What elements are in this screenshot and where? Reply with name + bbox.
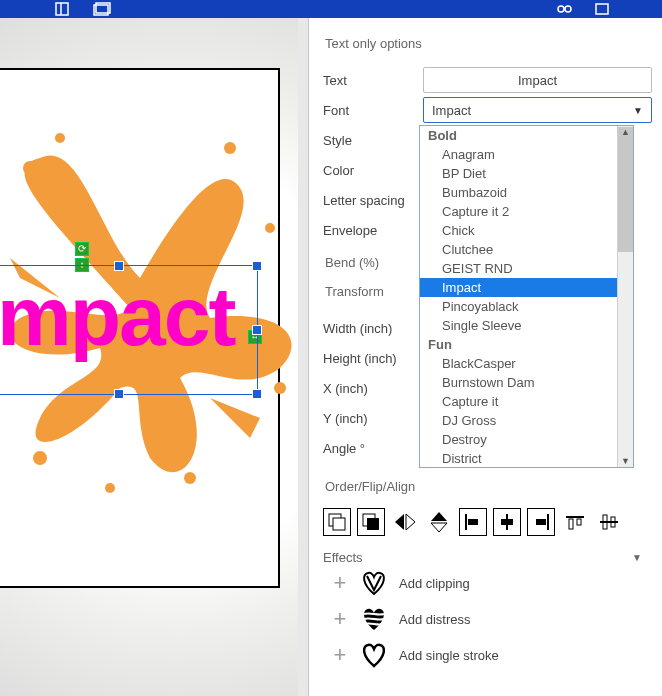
label-font: Font [323, 103, 423, 118]
scrollbar-thumb[interactable] [618, 127, 633, 252]
font-group-fun: Fun [420, 335, 617, 354]
handle-top-right[interactable] [252, 261, 262, 271]
label-style: Style [323, 133, 423, 148]
font-option[interactable]: Capture it [420, 392, 617, 411]
bring-front-button[interactable] [357, 508, 385, 536]
svg-point-14 [184, 472, 196, 484]
plus-icon: + [331, 642, 349, 668]
label-text: Text [323, 73, 423, 88]
font-combo-value: Impact [432, 103, 471, 118]
svg-marker-22 [431, 523, 447, 532]
flip-vertical-button[interactable] [425, 508, 453, 536]
svg-rect-24 [468, 519, 478, 525]
align-left-button[interactable] [459, 508, 487, 536]
svg-point-13 [105, 483, 115, 493]
section-effects[interactable]: Effects ▼ [323, 550, 652, 565]
toolbar-icon-2[interactable] [93, 2, 111, 16]
svg-point-7 [23, 161, 37, 175]
label-y: Y (inch) [323, 411, 423, 426]
effect-row-distress[interactable]: + Add distress [331, 601, 652, 637]
label-envelope: Envelope [323, 223, 423, 238]
svg-point-4 [558, 6, 564, 12]
svg-rect-28 [536, 519, 546, 525]
heart-stroke-icon [359, 641, 389, 669]
svg-point-11 [274, 382, 286, 394]
font-option[interactable]: Chick [420, 221, 617, 240]
send-back-button[interactable] [323, 508, 351, 536]
svg-marker-20 [406, 514, 415, 530]
heart-clip-icon [359, 569, 389, 597]
handle-top-mid[interactable] [114, 261, 124, 271]
svg-rect-30 [569, 519, 573, 529]
label-color: Color [323, 163, 423, 178]
section-text-options: Text only options [325, 36, 652, 51]
label-x: X (inch) [323, 381, 423, 396]
label-width: Width (inch) [323, 321, 423, 336]
svg-point-9 [224, 142, 236, 154]
effect-row-single-stroke[interactable]: + Add single stroke [331, 637, 652, 673]
font-option[interactable]: DJ Gross [420, 411, 617, 430]
plus-icon: + [331, 606, 349, 632]
font-option[interactable]: GEIST RND [420, 259, 617, 278]
font-option[interactable]: Clutchee [420, 240, 617, 259]
font-option[interactable]: Impact [420, 278, 617, 297]
properties-panel: Text only options Text Font Impact ▼ Sty… [308, 18, 662, 696]
label-height: Height (inch) [323, 351, 423, 366]
font-combo[interactable]: Impact ▼ [423, 97, 652, 123]
selection-box[interactable] [0, 265, 258, 395]
handle-mid-right[interactable] [252, 325, 262, 335]
effect-row-clipping[interactable]: + Add clipping [331, 565, 652, 601]
font-option[interactable]: Pincoyablack [420, 297, 617, 316]
align-top-button[interactable] [561, 508, 589, 536]
text-input[interactable] [423, 67, 652, 93]
title-bar [0, 0, 662, 18]
font-dropdown[interactable]: BoldAnagramBP DietBumbazoidCapture it 2C… [419, 125, 634, 468]
svg-point-10 [265, 223, 275, 233]
handle-bot-right[interactable] [252, 389, 262, 399]
svg-marker-19 [395, 514, 404, 530]
dropdown-scrollbar[interactable] [617, 126, 633, 467]
flip-horizontal-button[interactable] [391, 508, 419, 536]
svg-point-8 [55, 133, 65, 143]
toolbar-icon-1[interactable] [55, 2, 73, 16]
label-letter-spacing: Letter spacing [323, 193, 423, 208]
svg-rect-31 [577, 519, 581, 525]
align-center-button[interactable] [493, 508, 521, 536]
font-option[interactable]: Burnstown Dam [420, 373, 617, 392]
toolbar-icon-right-2[interactable] [594, 2, 612, 16]
toolbar-icon-right-1[interactable] [556, 2, 574, 16]
canvas-pane[interactable]: mpact ⟳ ↕ ↔ [0, 18, 308, 696]
svg-point-5 [565, 6, 571, 12]
align-right-button[interactable] [527, 508, 555, 536]
align-middle-button[interactable] [595, 508, 623, 536]
font-option[interactable]: BlackCasper [420, 354, 617, 373]
chevron-down-icon: ▼ [632, 552, 642, 563]
svg-rect-16 [333, 518, 345, 530]
svg-rect-0 [56, 3, 68, 15]
section-order: Order/Flip/Align [325, 479, 652, 494]
heart-distress-icon [359, 605, 389, 633]
font-option[interactable]: Single Sleeve [420, 316, 617, 335]
plus-icon: + [331, 570, 349, 596]
font-option[interactable]: Bumbazoid [420, 183, 617, 202]
svg-point-12 [33, 451, 47, 465]
order-toolbar [323, 508, 652, 536]
font-option[interactable]: Capture it 2 [420, 202, 617, 221]
effect-label: Add clipping [399, 576, 470, 591]
svg-rect-6 [596, 4, 608, 14]
effect-label: Add distress [399, 612, 471, 627]
scroll-down-icon[interactable]: ▼ [621, 456, 630, 466]
handle-bot-mid[interactable] [114, 389, 124, 399]
font-option[interactable]: District [420, 449, 617, 467]
font-option[interactable]: BP Diet [420, 164, 617, 183]
chevron-down-icon: ▼ [633, 105, 643, 116]
font-option[interactable]: Anagram [420, 145, 617, 164]
font-option[interactable]: Destroy [420, 430, 617, 449]
scroll-up-icon[interactable]: ▲ [621, 127, 630, 137]
rotate-handle-icon[interactable]: ⟳ [75, 242, 89, 256]
svg-rect-26 [501, 519, 513, 525]
svg-rect-18 [367, 518, 379, 530]
effect-label: Add single stroke [399, 648, 499, 663]
svg-marker-21 [431, 512, 447, 521]
label-angle: Angle ° [323, 441, 423, 456]
